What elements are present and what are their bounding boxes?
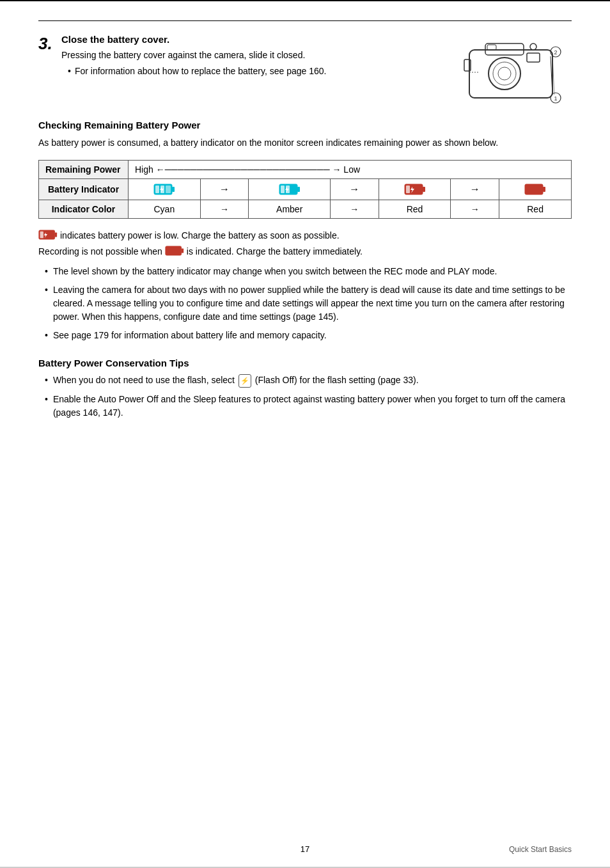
svg-rect-23 <box>281 185 285 193</box>
svg-text:2: 2 <box>554 49 557 56</box>
step-number: 3. <box>38 34 56 54</box>
low-label: → Low <box>332 164 360 175</box>
step-title: Close the battery cover. <box>61 34 444 45</box>
color-red-1: Red <box>379 200 451 219</box>
step-content: Close the battery cover. Pressing the ba… <box>61 34 444 76</box>
note-1: indicates battery power is low. Charge t… <box>38 229 572 242</box>
svg-rect-29 <box>543 187 545 192</box>
batt-cell-1 <box>129 179 201 200</box>
battery-table: Remaining Power High ←──────────────────… <box>38 160 572 219</box>
page-number: 17 <box>301 844 309 854</box>
conservation-section: Battery Power Conservation Tips When you… <box>38 358 572 420</box>
svg-rect-18 <box>155 185 159 193</box>
note-2-post: is indicated. Charge the battery immedia… <box>187 245 363 258</box>
battery-icon-cyan-full <box>153 183 175 196</box>
low-batt-inline-icon <box>38 229 58 241</box>
battery-icon-cyan-med <box>279 183 301 196</box>
color-amber: Amber <box>249 200 330 219</box>
top-rule <box>38 20 572 21</box>
batt-cell-3 <box>379 179 451 200</box>
power-row: Remaining Power High ←──────────────────… <box>39 161 572 179</box>
checking-desc: As battery power is consumed, a battery … <box>38 136 572 150</box>
empty-batt-inline-icon <box>165 245 184 256</box>
note-1-text: indicates battery power is low. Charge t… <box>60 229 340 242</box>
conservation-bullet-1-text: When you do not need to use the flash, s… <box>53 374 419 388</box>
battery-icon-red-low <box>404 183 426 196</box>
step-bullet-text: For information about how to replace the… <box>75 66 327 76</box>
conservation-bullet-2: Enable the Auto Power Off and the Sleep … <box>45 393 572 420</box>
svg-rect-34 <box>181 249 184 253</box>
power-label: Remaining Power <box>39 161 129 179</box>
color-label: Indicator Color <box>39 200 129 219</box>
arrow-2: → <box>330 179 379 200</box>
svg-rect-28 <box>525 184 543 194</box>
indicator-label: Battery Indicator <box>39 179 129 200</box>
color-arrow-1: → <box>200 200 249 219</box>
note-2: Recording is not possible when is indica… <box>38 245 572 258</box>
color-cyan: Cyan <box>129 200 201 219</box>
color-arrow-3: → <box>451 200 499 219</box>
svg-rect-26 <box>423 187 425 192</box>
page: 3. Close the battery cover. Pressing the… <box>0 0 610 868</box>
color-arrow-2: → <box>330 200 379 219</box>
conservation-bullets: When you do not need to use the flash, s… <box>45 374 572 420</box>
svg-rect-32 <box>40 232 43 239</box>
svg-rect-17 <box>172 187 175 192</box>
note-bullet-2: Leaving the camera for about two days wi… <box>45 283 572 324</box>
svg-point-3 <box>493 62 516 85</box>
conservation-bullet-1: When you do not need to use the flash, s… <box>45 374 572 388</box>
note-bullet-3: See page 179 for information about batte… <box>45 329 572 342</box>
batt-cell-2 <box>249 179 330 200</box>
high-label: High ←────────────────────────── <box>135 164 330 175</box>
camera-svg: 2 1 <box>457 34 572 104</box>
footer-label: Quick Start Basics <box>509 845 572 854</box>
arrow-1: → <box>200 179 249 200</box>
camera-image: 2 1 <box>457 34 572 104</box>
arrow-3: → <box>451 179 499 200</box>
svg-rect-20 <box>166 185 171 193</box>
flash-off-icon: ⚡ <box>239 374 251 388</box>
conservation-heading: Battery Power Conservation Tips <box>38 358 572 368</box>
note-bullet-1: The level shown by the battery indicator… <box>45 265 572 278</box>
color-row: Indicator Color Cyan → Amber → Red → Red <box>39 200 572 219</box>
svg-text:1: 1 <box>554 95 557 102</box>
power-range: High ←────────────────────────── → Low <box>129 161 572 179</box>
svg-point-4 <box>498 67 511 80</box>
svg-rect-5 <box>527 53 540 62</box>
step-3-row: 3. Close the battery cover. Pressing the… <box>38 34 572 104</box>
color-red-2: Red <box>499 200 572 219</box>
svg-rect-33 <box>166 246 182 255</box>
battery-inline-red-empty <box>165 245 184 256</box>
battery-inline-red-low <box>38 229 58 241</box>
battery-icon-red-empty <box>524 183 546 196</box>
svg-rect-31 <box>55 233 58 237</box>
step-desc: Pressing the battery cover against the c… <box>61 49 444 62</box>
svg-rect-27 <box>406 185 410 193</box>
note-2-pre: Recording is not possible when <box>38 245 162 258</box>
checking-section: Checking Remaining Battery Power As batt… <box>38 120 572 342</box>
checking-heading: Checking Remaining Battery Power <box>38 120 572 130</box>
footer: 17 Quick Start Basics <box>0 844 610 854</box>
batt-cell-4 <box>499 179 572 200</box>
svg-rect-6 <box>487 45 496 50</box>
indicator-row: Battery Indicator <box>39 179 572 200</box>
svg-point-7 <box>530 43 536 50</box>
svg-rect-22 <box>297 187 300 192</box>
step-bullet: For information about how to replace the… <box>68 66 444 76</box>
notes-bullets: The level shown by the battery indicator… <box>45 265 572 342</box>
